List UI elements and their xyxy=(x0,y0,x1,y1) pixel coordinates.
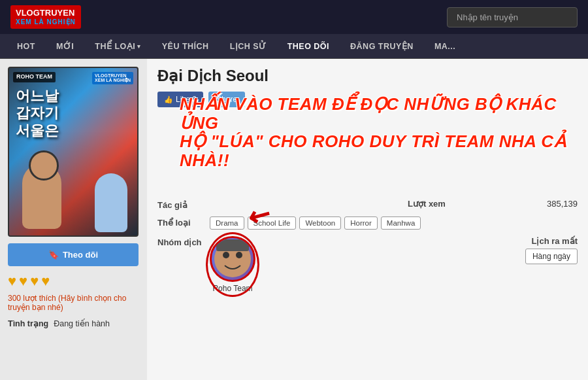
heart-3: ♥ xyxy=(30,273,39,290)
cover-roho-badge: ROHO TEAM xyxy=(13,72,56,82)
logo-box[interactable]: VLOGTRUYEN XEM LÀ NGHIỆN xyxy=(10,5,81,29)
luot-xem-label: Lượt xem xyxy=(408,199,446,209)
hearts-row: ♥ ♥ ♥ ♥ xyxy=(8,273,139,290)
tinh-trang-value: Đang tiến hành xyxy=(54,319,110,328)
heart-4: ♥ xyxy=(41,273,50,290)
bookmark-icon: 🔖 xyxy=(48,250,59,260)
genre-tags: Drama School Life Webtoon Horror Manhwa xyxy=(210,216,421,230)
schedule-badge: Hàng ngày xyxy=(525,249,578,264)
logo-line2: XEM LÀ NGHIỆN xyxy=(16,18,76,26)
left-panel: ROHO TEAM VLOGTRUYENXEM LÀ NGHIỆN 어느날 갑자… xyxy=(0,59,147,380)
svg-point-2 xyxy=(236,252,242,258)
nav-the-loai[interactable]: THỂ LOẠI ▾ xyxy=(84,34,151,59)
nav-hot[interactable]: HOT xyxy=(7,34,46,59)
translator-name: Roho Team xyxy=(210,284,255,293)
logo-area: VLOGTRUYEN XEM LÀ NGHIỆN xyxy=(10,5,81,29)
right-panel: Đại Dịch Seoul 👍 Like 0 Share NHẤN VÀO T… xyxy=(147,59,588,380)
cover-vlog-badge: VLOGTRUYENXEM LÀ NGHIỆN xyxy=(92,72,133,84)
tag-manhwa[interactable]: Manhwa xyxy=(381,216,421,230)
info-row-the-loai: Thể loại Drama School Life Webtoon Horro… xyxy=(157,216,578,230)
translator-avatar[interactable] xyxy=(210,236,255,282)
translator-wrapper: ↙ Roho Team xyxy=(210,236,255,293)
the-loai-label: Thể loại xyxy=(157,216,210,228)
chevron-down-icon: ▾ xyxy=(137,43,141,50)
tinh-trang-label: Tình trạng xyxy=(8,319,48,328)
svg-point-1 xyxy=(223,252,229,258)
avatar-svg xyxy=(213,239,252,279)
tag-horror[interactable]: Horror xyxy=(344,216,378,230)
cover-characters xyxy=(9,131,137,235)
overlay-line1: NHẤN VÀO TEAM ĐỂ ĐỌC NHỮNG BỘ KHÁC ỦNG xyxy=(180,95,581,132)
tag-webtoon[interactable]: Webtoon xyxy=(299,216,341,230)
search-box[interactable] xyxy=(447,7,578,27)
character-2 xyxy=(95,173,127,232)
status-row: Tình trạng Đang tiến hành xyxy=(8,319,139,328)
info-section: Tác giả Lượt xem 385,139 Thể loại Drama … xyxy=(157,199,578,293)
info-row-tac-gia: Tác giả Lượt xem 385,139 xyxy=(157,199,578,210)
tag-drama[interactable]: Drama xyxy=(210,216,244,230)
luot-xem-value: 385,139 xyxy=(547,199,578,209)
nav-theo-doi[interactable]: THEO DÕI xyxy=(277,34,340,59)
tac-gia-label: Tác giả xyxy=(157,199,210,210)
follow-button[interactable]: 🔖 Theo dõi xyxy=(8,243,139,266)
lich-ra-mat-label: Lịch ra mất xyxy=(531,236,578,246)
heart-2: ♥ xyxy=(19,273,27,290)
main-content: ROHO TEAM VLOGTRUYENXEM LÀ NGHIỆN 어느날 갑자… xyxy=(0,59,588,380)
overlay-text: NHẤN VÀO TEAM ĐỂ ĐỌC NHỮNG BỘ KHÁC ỦNG H… xyxy=(180,95,581,169)
character-1 xyxy=(22,164,61,229)
nav-dang-truyen[interactable]: ĐĂNG TRUYỆN xyxy=(340,34,424,59)
luot-xem-row: Lượt xem 385,139 xyxy=(408,199,578,209)
nav-more[interactable]: MA... xyxy=(424,34,466,59)
nav-moi[interactable]: MỚI xyxy=(46,34,84,59)
thumbs-up-icon: 👍 xyxy=(164,95,173,104)
header: VLOGTRUYEN XEM LÀ NGHIỆN xyxy=(0,0,588,34)
lich-ra-mat-section: Lịch ra mất Hàng ngày xyxy=(525,236,578,264)
manga-title: Đại Dịch Seoul xyxy=(157,67,578,85)
info-row-nhom-dich: Nhóm dịch ↙ xyxy=(157,236,578,293)
nav-yeu-thich[interactable]: YÊU THÍCH xyxy=(152,34,220,59)
group-section: ↙ Roho Team xyxy=(210,236,578,293)
likes-text: 300 lượt thích (Hãy bình chọn cho truyện… xyxy=(8,294,139,312)
logo-line1: VLOGTRUYEN xyxy=(16,8,76,18)
manga-cover: ROHO TEAM VLOGTRUYENXEM LÀ NGHIỆN 어느날 갑자… xyxy=(8,67,139,237)
overlay-line2: HỘ "LÚA" CHO ROHO DUY TRÌ TEAM NHA CẢ NH… xyxy=(180,132,581,169)
svg-rect-3 xyxy=(216,239,249,251)
nhom-dich-label: Nhóm dịch xyxy=(157,236,210,247)
nav-bar: HOT MỚI THỂ LOẠI ▾ YÊU THÍCH LỊCH SỬ THE… xyxy=(0,34,588,59)
search-input[interactable] xyxy=(447,7,578,27)
tag-school-life[interactable]: School Life xyxy=(248,216,297,230)
heart-1: ♥ xyxy=(8,273,16,290)
nav-lich-su[interactable]: LỊCH SỬ xyxy=(220,34,277,59)
